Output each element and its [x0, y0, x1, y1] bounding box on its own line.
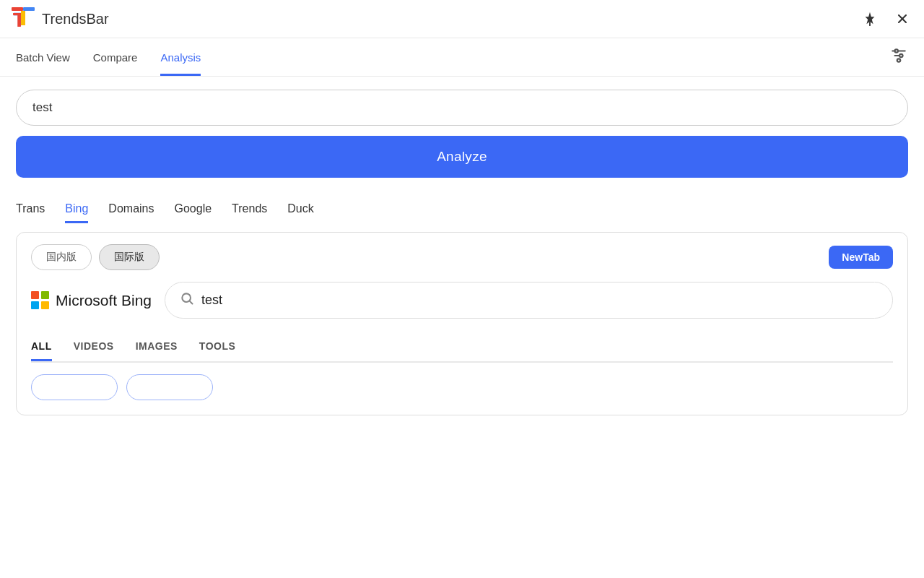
- bing-tab-images[interactable]: IMAGES: [136, 333, 178, 361]
- search-input[interactable]: [32, 100, 892, 115]
- pin-button[interactable]: [859, 8, 881, 30]
- tab-analysis[interactable]: Analysis: [160, 38, 201, 76]
- version-buttons: 国内版 国际版: [31, 244, 160, 270]
- svg-rect-10: [21, 11, 25, 25]
- analyze-button[interactable]: Analyze: [16, 136, 908, 178]
- analyze-section: Analyze: [0, 136, 924, 191]
- svg-point-18: [895, 49, 898, 52]
- svg-rect-8: [12, 7, 23, 11]
- source-tab-google[interactable]: Google: [174, 195, 212, 223]
- svg-point-20: [897, 59, 900, 61]
- search-input-wrapper: [16, 90, 908, 126]
- bing-tab-videos[interactable]: VIDEOS: [74, 333, 114, 361]
- search-section: [0, 77, 924, 136]
- bing-panel: 国内版 国际版 NewTab Microsoft Bing: [17, 233, 907, 415]
- ms-logo-grid: [31, 291, 50, 310]
- bing-search-query: test: [201, 293, 222, 308]
- ms-green-cell: [41, 291, 49, 299]
- source-tabs: Trans Bing Domains Google Trends Duck: [0, 191, 924, 223]
- content-area: 国内版 国际版 NewTab Microsoft Bing: [16, 232, 908, 415]
- svg-rect-9: [23, 7, 35, 11]
- tab-compare[interactable]: Compare: [93, 38, 138, 76]
- nav-tabs-left: Batch View Compare Analysis: [16, 38, 201, 76]
- bing-tab-all[interactable]: ALL: [31, 333, 52, 361]
- ms-blue-cell: [31, 301, 39, 309]
- ms-red-cell: [31, 291, 39, 299]
- bing-inner-tabs: ALL VIDEOS IMAGES TOOLS: [31, 333, 893, 363]
- app-logo: T T T T: [12, 7, 35, 30]
- app-title: TrendsBar: [42, 11, 109, 27]
- tab-batch-view[interactable]: Batch View: [16, 38, 70, 76]
- svg-point-19: [899, 54, 902, 57]
- title-bar-right: [859, 8, 912, 30]
- bing-version-row: 国内版 国际版 NewTab: [31, 244, 893, 270]
- version-domestic-button[interactable]: 国内版: [31, 244, 92, 270]
- hint-pill-2[interactable]: [126, 374, 213, 400]
- hint-pill-1[interactable]: [31, 374, 118, 400]
- title-bar: T T T T TrendsBar: [0, 0, 924, 38]
- close-button[interactable]: [892, 9, 912, 29]
- ms-bing-logo: Microsoft Bing: [31, 291, 152, 310]
- ms-bing-text: Microsoft Bing: [56, 292, 152, 309]
- source-tab-trends[interactable]: Trends: [232, 195, 267, 223]
- nav-tabs: Batch View Compare Analysis: [0, 38, 924, 77]
- source-tab-domains[interactable]: Domains: [108, 195, 154, 223]
- source-tab-trans[interactable]: Trans: [16, 195, 45, 223]
- source-tab-bing[interactable]: Bing: [65, 195, 88, 223]
- bing-search-box[interactable]: test: [165, 282, 893, 319]
- bing-tab-tools[interactable]: TOOLS: [199, 333, 235, 361]
- bing-search-row: Microsoft Bing test: [31, 282, 893, 319]
- new-tab-button[interactable]: NewTab: [829, 246, 893, 269]
- title-bar-left: T T T T TrendsBar: [12, 7, 109, 30]
- svg-line-22: [190, 301, 193, 304]
- ms-yellow-cell: [41, 301, 49, 309]
- bottom-hint-row: [31, 363, 893, 403]
- version-international-button[interactable]: 国际版: [99, 244, 160, 270]
- filter-icon[interactable]: [889, 46, 908, 68]
- source-tab-duck[interactable]: Duck: [287, 195, 313, 223]
- search-icon: [180, 291, 194, 309]
